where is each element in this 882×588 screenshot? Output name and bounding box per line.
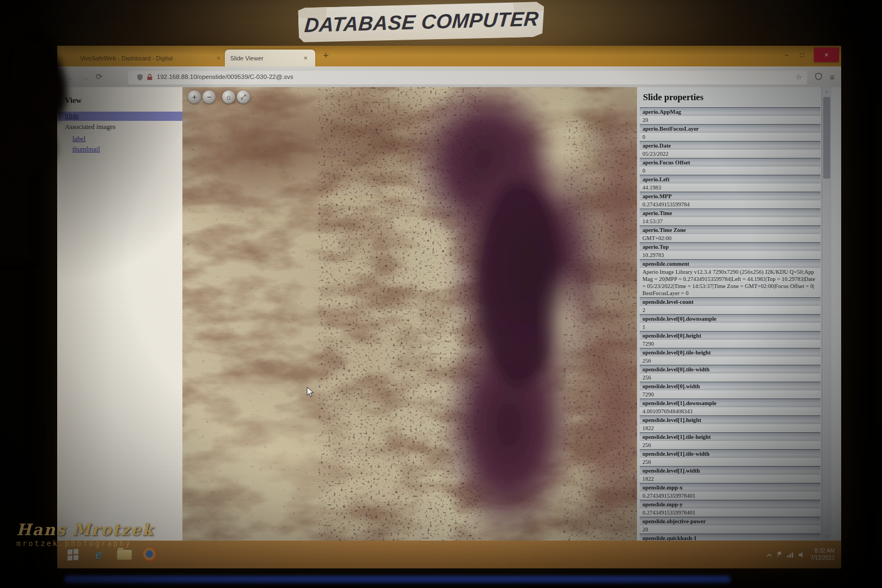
network-icon[interactable]	[787, 550, 794, 560]
finger-silhouette	[0, 117, 59, 178]
property-value: 1822	[640, 475, 820, 483]
property-value: 10.29783	[640, 251, 820, 259]
window-maximize-button[interactable]: □	[794, 49, 810, 61]
zoom-in-button[interactable]: +	[188, 90, 201, 103]
property-key: aperio.Date	[640, 141, 820, 150]
property-key: aperio.Left	[640, 175, 820, 183]
tray-chevron-up-icon[interactable]	[767, 550, 772, 560]
reload-button[interactable]: ⟳	[92, 72, 106, 82]
property-value: 1	[640, 323, 820, 331]
property-key: openslide.level[1].tile-width	[640, 449, 820, 458]
url-text: 192.168.88.10/openslide/009539/C-030-22@…	[157, 74, 293, 80]
property-key: openslide.level[1].downsample	[640, 399, 820, 407]
view-sidebar: View Slide Associated images label thumb…	[57, 87, 182, 541]
property-key: aperio.MPP	[640, 192, 820, 200]
property-key: openslide.level[0].height	[640, 331, 820, 340]
property-value: 0.274349153599784	[640, 200, 820, 209]
property-value: 1822	[640, 424, 820, 432]
property-key: openslide.level[1].height	[640, 415, 820, 424]
property-value: 0	[640, 167, 820, 175]
windows-logo-icon	[68, 549, 78, 560]
fullscreen-button[interactable]: ⤢	[237, 90, 250, 103]
scroll-up-icon[interactable]: ˄	[822, 88, 831, 96]
property-key: openslide.objective-power	[640, 517, 820, 525]
property-key: aperio.Time	[640, 209, 820, 217]
clock-time: 8:32 AM	[811, 548, 835, 555]
bookmark-star-icon[interactable]: ☆	[796, 73, 803, 81]
property-value: 2	[640, 306, 820, 314]
home-button[interactable]: ⌂	[222, 90, 235, 103]
property-value: Aperio Image Library v12.3.4 7290x7290 (…	[640, 268, 820, 297]
property-value: 44.1983	[640, 183, 820, 192]
property-key: openslide.level[0].downsample	[640, 314, 820, 323]
scrollbar-thumb[interactable]	[823, 97, 830, 179]
property-key: aperio.Time Zone	[640, 225, 820, 234]
menu-icon[interactable]: ≡	[830, 72, 835, 82]
property-key: openslide.level[0].tile-height	[640, 348, 820, 357]
sidebar-item-label[interactable]: label	[72, 135, 85, 143]
property-key: openslide.level[0].width	[640, 382, 820, 390]
database-computer-label: DATABASE COMPUTER	[298, 1, 545, 44]
system-tray	[767, 550, 805, 560]
database-computer-label-text: DATABASE COMPUTER	[303, 8, 540, 37]
tab-slide-viewer-close-icon[interactable]: ×	[301, 54, 310, 62]
property-value: 20	[640, 525, 820, 534]
property-key: openslide.mpp-x	[640, 483, 820, 492]
property-key: openslide.comment	[640, 259, 820, 268]
property-key: openslide.level[1].width	[640, 466, 820, 475]
properties-table: aperio.AppMag 20 aperio.BestFocusLayer 0…	[640, 107, 820, 541]
property-value: 256	[640, 373, 820, 382]
mouse-cursor-icon	[307, 387, 315, 400]
sidebar-heading: View	[65, 96, 82, 105]
new-tab-button[interactable]: +	[323, 50, 329, 61]
property-key: aperio.BestFocusLayer	[640, 124, 820, 133]
property-value: 0.27434915359978401	[640, 492, 820, 500]
property-key: aperio.AppMag	[640, 107, 820, 116]
tab-slide-viewer-label: Slide Viewer	[230, 55, 264, 62]
firefox-icon	[143, 547, 157, 562]
sidebar-item-slide[interactable]: Slide	[58, 112, 188, 121]
extensions-shield-icon[interactable]	[815, 72, 822, 82]
property-key: aperio.Top	[640, 242, 820, 251]
sidebar-item-thumbnail[interactable]: thumbnail	[72, 145, 100, 154]
property-value: 14:53:37	[640, 217, 820, 225]
property-key: openslide.mpp-y	[640, 500, 820, 509]
property-value: 256	[640, 357, 820, 365]
panel-scrollbar[interactable]: ˄ ˅	[822, 87, 831, 541]
property-value: 0.27434915359978401	[640, 509, 820, 517]
action-center-flag-icon[interactable]	[777, 550, 782, 560]
property-value: 256	[640, 458, 820, 466]
slide-viewer-canvas[interactable]: + − ⌂ ⤢	[182, 87, 637, 541]
windows-taskbar: e	[57, 541, 841, 568]
url-bar[interactable]: 192.168.88.10/openslide/009539/C-030-22@…	[128, 70, 807, 84]
property-key: openslide.level[1].tile-height	[640, 432, 820, 441]
tab-slide-viewer[interactable]: Slide Viewer ×	[225, 50, 315, 66]
window-minimize-button[interactable]: –	[779, 49, 794, 61]
window-close-button[interactable]: ×	[814, 47, 839, 62]
watermark-site: mrotzek.photography	[16, 539, 154, 548]
slide-properties-title: Slide properties	[637, 87, 841, 107]
folder-icon	[117, 550, 132, 560]
property-value: 0	[640, 133, 820, 141]
tracking-shield-icon[interactable]	[137, 74, 143, 81]
insecure-lock-icon[interactable]	[146, 74, 153, 81]
property-value: GMT+02:00	[640, 234, 820, 242]
property-value: 4.0010976948408343	[640, 407, 820, 415]
tab-dashboard[interactable]: VivoSafeWeb - Dashboard - Digital ×	[80, 50, 223, 66]
zoom-out-button[interactable]: −	[203, 90, 216, 103]
watermark-name: Hans Mrotzek	[16, 520, 154, 539]
forward-button[interactable]: →	[78, 72, 92, 82]
tab-dashboard-close-icon[interactable]: ×	[214, 54, 223, 62]
property-key: aperio.Focus Offset	[640, 158, 820, 167]
scroll-down-icon[interactable]: ˅	[822, 532, 831, 540]
property-value: 7290	[640, 390, 820, 399]
browser-titlebar: VivoSafeWeb - Dashboard - Digital × Slid…	[57, 46, 841, 66]
property-value: 05/23/2022	[640, 150, 820, 158]
page-content: View Slide Associated images label thumb…	[57, 87, 841, 541]
histology-slide-image[interactable]	[182, 87, 637, 541]
back-button[interactable]: ←	[64, 72, 78, 82]
volume-icon[interactable]	[799, 550, 805, 560]
property-key: openslide.level-count	[640, 297, 820, 306]
monitor-power-light	[64, 576, 731, 583]
taskbar-clock[interactable]: 8:32 AM 7/12/2022	[811, 548, 835, 561]
